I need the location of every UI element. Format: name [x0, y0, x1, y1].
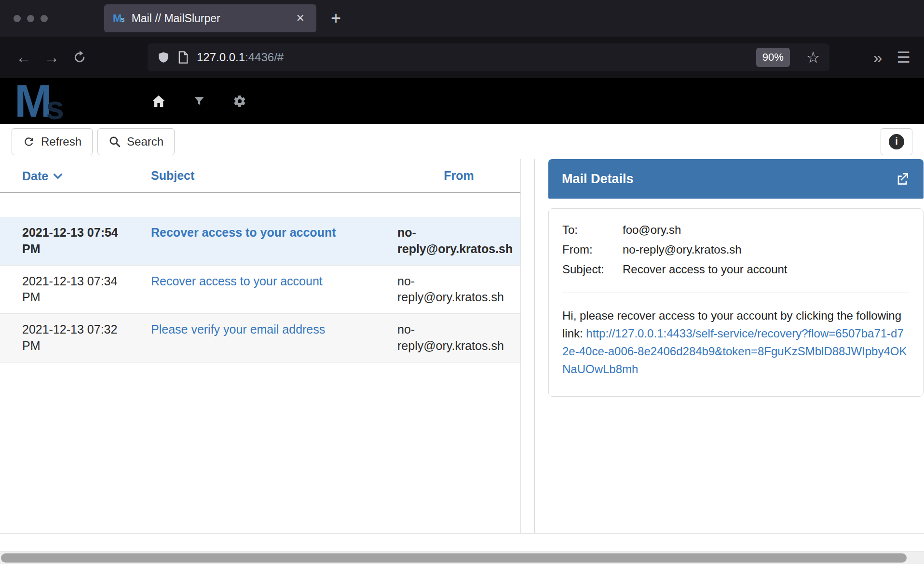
forward-button[interactable]: → — [38, 50, 66, 65]
subject-label: Subject: — [562, 262, 623, 277]
info-icon: i — [889, 134, 904, 149]
logo-letter-s: s — [46, 96, 64, 120]
new-tab-button[interactable]: + — [331, 8, 341, 28]
mail-from: no-reply@ory.kratos.sh — [397, 225, 520, 257]
mail-details-card: To: foo@ory.sh From: no-reply@ory.kratos… — [548, 208, 924, 397]
open-external-button[interactable] — [895, 171, 910, 187]
zoom-level-badge[interactable]: 90% — [756, 48, 790, 67]
browser-titlebar: Ms Mail // MailSlurper ✕ + — [0, 0, 924, 37]
mail-details-panel: Mail Details To: foo@ory.sh From: no-rep… — [548, 159, 924, 533]
url-bar[interactable]: 127.0.0.1:4436/# 90% ☆ — [148, 43, 829, 71]
horizontal-scrollbar-thumb[interactable] — [1, 553, 907, 563]
reload-button[interactable] — [66, 50, 94, 65]
from-value: no-reply@ory.kratos.sh — [623, 242, 910, 257]
mail-list-body: 2021-12-13 07:54 PM Recover access to yo… — [0, 217, 520, 363]
browser-tab[interactable]: Ms Mail // MailSlurper ✕ — [104, 4, 316, 32]
home-icon[interactable] — [150, 93, 167, 110]
to-value: foo@ory.sh — [623, 222, 910, 237]
window-controls[interactable] — [14, 15, 86, 22]
url-host: 127.0.0.1 — [197, 51, 245, 64]
mailslurper-logo: M s — [14, 82, 118, 120]
tab-title: Mail // MailSlurper — [132, 12, 293, 25]
filter-icon[interactable] — [190, 93, 208, 110]
mail-subject-link[interactable]: Recover access to your account — [151, 225, 397, 257]
mail-from: no-reply@ory.kratos.sh — [397, 322, 520, 354]
external-link-icon — [895, 171, 910, 187]
mail-date: 2021-12-13 07:54 PM — [0, 225, 151, 257]
refresh-icon — [23, 135, 35, 148]
window-close-dot[interactable] — [14, 15, 21, 22]
subject-value: Recover access to your account — [623, 262, 910, 277]
recovery-link[interactable]: http://127.0.0.1:4433/self-service/recov… — [562, 327, 907, 376]
url-text: 127.0.0.1:4436/# — [197, 51, 284, 64]
mail-list-panel: Date Subject From 2021-12-13 07:54 PM Re… — [0, 159, 521, 533]
mail-row[interactable]: 2021-12-13 07:54 PM Recover access to yo… — [0, 217, 520, 266]
page-info-icon — [177, 51, 189, 64]
mailslurper-favicon-icon: Ms — [113, 12, 125, 25]
url-path: :4436/# — [245, 51, 284, 64]
panel-divider — [521, 159, 548, 533]
back-button[interactable]: ← — [10, 50, 38, 65]
app-header: M s — [0, 78, 924, 124]
info-button[interactable]: i — [881, 128, 912, 155]
search-icon — [109, 135, 121, 148]
mail-body: Hi, please recover access to your accoun… — [562, 307, 910, 378]
horizontal-scrollbar[interactable] — [0, 551, 924, 564]
mail-subject-link[interactable]: Recover access to your account — [151, 273, 397, 306]
browser-navbar: ← → 127.0.0.1:4436/# 90% ☆ » ☰ — [0, 37, 924, 78]
mail-list-header: Date Subject From — [0, 159, 520, 193]
column-header-subject[interactable]: Subject — [151, 169, 397, 183]
tab-close-icon[interactable]: ✕ — [293, 10, 308, 27]
shield-icon[interactable] — [157, 50, 170, 65]
from-label: From: — [562, 242, 623, 257]
refresh-button[interactable]: Refresh — [12, 128, 93, 155]
mail-row[interactable]: 2021-12-13 07:32 PM Please verify your e… — [0, 314, 520, 363]
to-label: To: — [562, 222, 623, 237]
mail-date: 2021-12-13 07:34 PM — [0, 273, 151, 306]
window-minimize-dot[interactable] — [27, 15, 34, 22]
mail-subject-link[interactable]: Please verify your email address — [151, 322, 397, 354]
column-header-from[interactable]: From — [397, 169, 520, 183]
app-toolbar: Refresh Search i — [0, 124, 924, 159]
mail-from: no-reply@ory.kratos.sh — [397, 273, 520, 306]
main-content: Date Subject From 2021-12-13 07:54 PM Re… — [0, 159, 924, 533]
mail-row[interactable]: 2021-12-13 07:34 PM Recover access to yo… — [0, 266, 520, 314]
browser-window: Ms Mail // MailSlurper ✕ + ← → 127.0.0.1… — [0, 0, 924, 564]
mail-details-header: Mail Details — [548, 159, 924, 199]
hamburger-menu-icon[interactable]: ☰ — [897, 50, 910, 65]
settings-gear-icon[interactable] — [231, 93, 248, 110]
mail-meta: To: foo@ory.sh From: no-reply@ory.kratos… — [562, 222, 910, 277]
mail-details-title: Mail Details — [562, 172, 895, 187]
card-divider — [562, 293, 910, 293]
logo-letter-m: M — [14, 82, 50, 120]
sort-chevron-down-icon — [53, 168, 63, 182]
search-button[interactable]: Search — [97, 128, 175, 155]
reload-icon — [72, 50, 87, 65]
content-bottom-border — [0, 533, 924, 534]
overflow-chevrons-icon[interactable]: » — [873, 49, 882, 66]
column-header-date[interactable]: Date — [0, 168, 151, 183]
window-zoom-dot[interactable] — [41, 15, 48, 22]
mail-date: 2021-12-13 07:32 PM — [0, 322, 151, 354]
bookmark-star-icon[interactable]: ☆ — [806, 50, 820, 65]
